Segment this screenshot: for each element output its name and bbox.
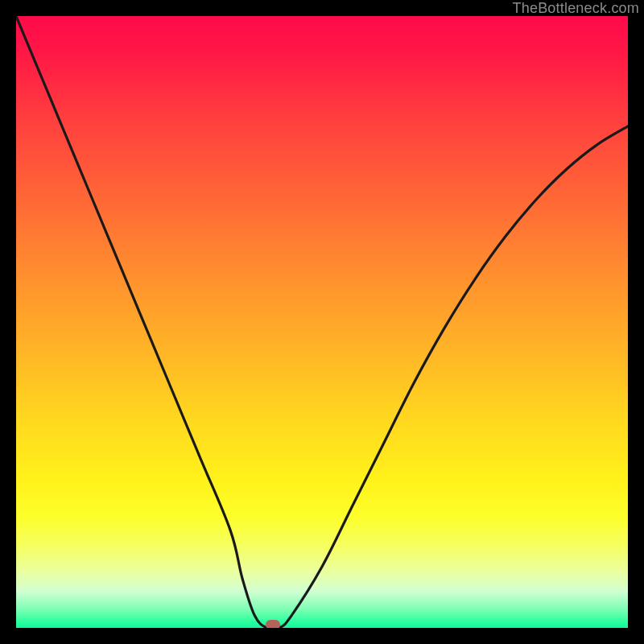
bottleneck-curve [16, 16, 628, 628]
curve-layer [16, 16, 628, 628]
minimum-marker [266, 620, 280, 628]
watermark-text: TheBottleneck.com [513, 0, 639, 16]
chart-stage: TheBottleneck.com [0, 0, 644, 644]
plot-area [16, 16, 628, 628]
